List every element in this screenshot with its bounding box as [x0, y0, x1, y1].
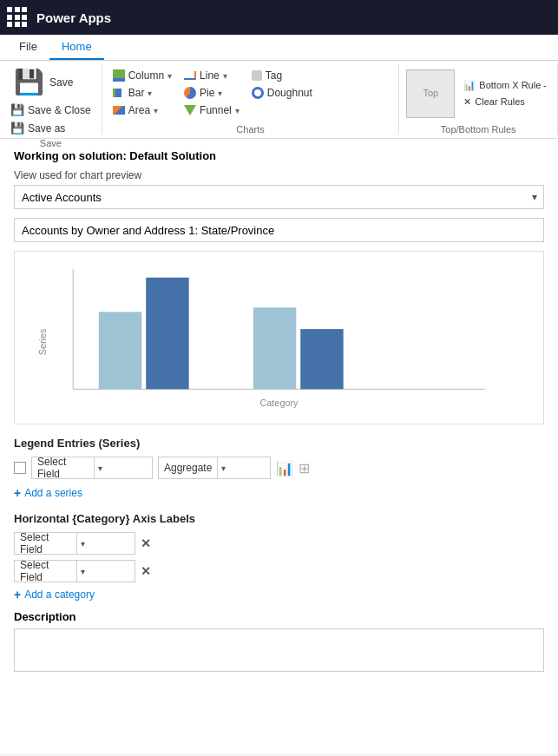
ribbon-group-save: 💾 Save 💾 Save & Close 💾 Save as Save: [0, 64, 102, 135]
ribbon-group-charts: Column ▾ Bar ▾ Area ▾ Line: [102, 64, 400, 135]
tag-icon: [252, 70, 262, 81]
ribbon-toolbar: 💾 Save 💾 Save & Close 💾 Save as Save Col…: [0, 61, 558, 139]
bar-icon: [113, 89, 125, 97]
aggregate-placeholder: Aggregate: [159, 462, 217, 474]
tab-home[interactable]: Home: [49, 35, 104, 60]
save-label: Save: [49, 76, 73, 89]
bar-2b: [300, 329, 343, 389]
tab-file[interactable]: File: [7, 35, 49, 60]
area-arrow: ▾: [154, 106, 158, 115]
column-chart-button[interactable]: Column ▾: [109, 68, 175, 83]
view-used-label: View used for chart preview: [14, 169, 544, 181]
svg-text:Series: Series: [37, 328, 48, 355]
working-label: Working on solution: Default Solution: [14, 149, 544, 162]
topbottom-group-label: Top/Bottom Rules: [406, 122, 550, 135]
top-x-box: Top: [406, 69, 455, 118]
aggregate-dropdown[interactable]: Aggregate ▾: [158, 457, 271, 479]
column-icon: [113, 69, 125, 82]
top-label: Top: [423, 88, 438, 99]
chart-column-bar-area: Column ▾ Bar ▾ Area ▾: [109, 68, 175, 118]
add-category-label: Add a category: [24, 588, 95, 601]
line-chart-button[interactable]: Line ▾: [181, 68, 243, 83]
bar-1a: [99, 312, 141, 389]
view-dropdown[interactable]: Active Accounts: [14, 185, 544, 209]
area-icon: [113, 106, 125, 115]
bottom-x-rule-button[interactable]: 📊 Bottom X Rule -: [460, 78, 550, 93]
pie-icon: [184, 87, 196, 99]
add-series-label: Add a series: [24, 487, 82, 499]
category-field-dropdown-2[interactable]: Select Field ▾: [14, 560, 135, 582]
chart-line-pie-funnel: Line ▾ Pie ▾ Funnel ▾: [181, 68, 243, 118]
save-close-button[interactable]: 💾 Save & Close: [7, 102, 95, 118]
category-row-2: Select Field ▾ ✕: [14, 560, 544, 582]
add-series-button[interactable]: + Add a series: [14, 486, 544, 500]
add-category-button[interactable]: + Add a category: [14, 588, 544, 602]
bar-chart-button[interactable]: Bar ▾: [109, 85, 175, 101]
chart-type-icon[interactable]: 📊: [276, 460, 293, 477]
add-category-plus: +: [14, 588, 21, 602]
area-chart-button[interactable]: Area ▾: [109, 102, 175, 118]
add-series-plus: +: [14, 486, 21, 500]
bar-arrow: ▾: [148, 89, 152, 98]
save-icon: 💾: [14, 68, 44, 96]
category-field-dropdown-1[interactable]: Select Field ▾: [14, 532, 135, 555]
bottom-x-icon: 📊: [463, 80, 476, 91]
save-close-label: Save & Close: [28, 104, 91, 116]
category-section-label: Horizontal {Category} Axis Labels: [14, 512, 544, 525]
save-button[interactable]: 💾 Save: [7, 64, 80, 100]
bar-1b: [146, 278, 188, 390]
chart-title-input[interactable]: [14, 218, 544, 242]
chart-svg: Series Category: [23, 260, 535, 415]
legend-field-placeholder: Select Field: [32, 456, 94, 480]
view-dropdown-wrapper: Active Accounts: [14, 185, 544, 209]
remove-category-1-button[interactable]: ✕: [141, 536, 151, 550]
app-title: Power Apps: [36, 10, 111, 25]
category-row-1: Select Field ▾ ✕: [14, 532, 544, 555]
save-group-label: Save: [7, 136, 95, 148]
legend-checkbox[interactable]: [14, 462, 26, 474]
table-icon[interactable]: ⊞: [299, 460, 310, 477]
title-bar: Power Apps: [0, 0, 558, 35]
chart-tag-doughnut: Tag Doughnut: [248, 68, 316, 101]
clear-rules-button[interactable]: ✕ Clear Rules: [460, 95, 550, 109]
charts-group-label: Charts: [109, 122, 392, 135]
clear-rules-icon: ✕: [463, 96, 471, 108]
category-field-1-arrow: ▾: [76, 533, 135, 554]
tag-chart-button[interactable]: Tag: [248, 68, 316, 83]
legend-entry-row: Select Field ▾ Aggregate ▾ 📊 ⊞: [14, 457, 544, 479]
pie-chart-button[interactable]: Pie ▾: [181, 85, 243, 101]
legend-section-label: Legend Entries (Series): [14, 437, 544, 450]
apps-grid-icon[interactable]: [7, 7, 28, 28]
pie-arrow: ▾: [218, 89, 222, 98]
top-bottom-labels: 📊 Bottom X Rule - ✕ Clear Rules: [460, 78, 550, 109]
save-as-label: Save as: [28, 122, 65, 135]
remove-category-2-button[interactable]: ✕: [141, 564, 151, 578]
aggregate-arrow: ▾: [217, 457, 270, 478]
legend-field-dropdown[interactable]: Select Field ▾: [31, 457, 153, 479]
category-field-2-placeholder: Select Field: [15, 559, 76, 583]
column-arrow: ▾: [167, 71, 172, 81]
line-icon: [184, 71, 196, 80]
doughnut-chart-button[interactable]: Doughnut: [248, 85, 316, 101]
ribbon-group-topbottom: Top 📊 Bottom X Rule - ✕ Clear Rules Top/…: [399, 64, 558, 135]
category-field-2-arrow: ▾: [76, 561, 135, 582]
legend-field-arrow: ▾: [94, 457, 153, 478]
bar-2a: [253, 307, 296, 389]
save-close-icon: 💾: [10, 103, 24, 116]
description-textarea[interactable]: [14, 628, 544, 672]
svg-text:Category: Category: [259, 398, 299, 408]
description-section-label: Description: [14, 610, 544, 623]
chart-container: Series Category: [14, 251, 544, 424]
funnel-icon: [184, 105, 196, 115]
save-as-button[interactable]: 💾 Save as: [7, 120, 69, 136]
funnel-chart-button[interactable]: Funnel ▾: [181, 102, 243, 118]
save-as-icon: 💾: [10, 122, 24, 135]
ribbon-tab-bar: File Home: [0, 35, 558, 61]
line-arrow: ▾: [223, 71, 227, 81]
doughnut-icon: [252, 87, 264, 99]
main-content: Working on solution: Default Solution Vi…: [0, 139, 558, 753]
category-field-1-placeholder: Select Field: [15, 531, 76, 555]
funnel-arrow: ▾: [235, 106, 240, 115]
